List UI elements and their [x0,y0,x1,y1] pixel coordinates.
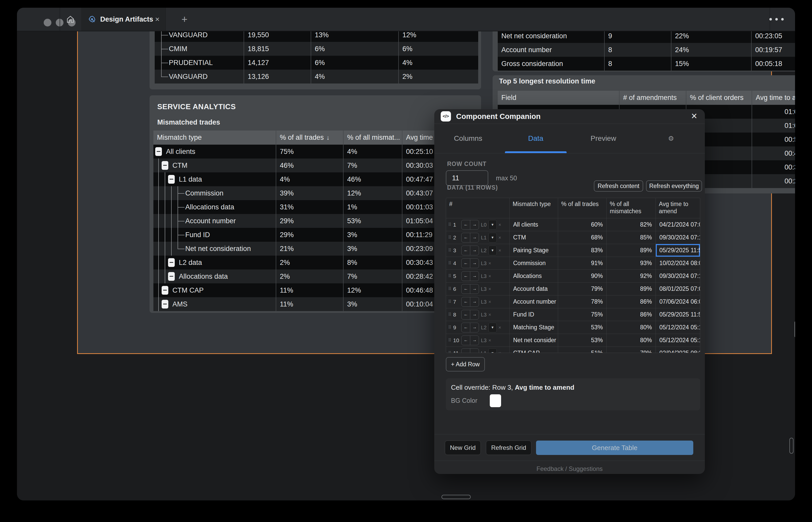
table-row[interactable]: L1 data4%46%00:47:47 [153,173,476,186]
mismatch-type-cell[interactable]: Matching Stage [510,321,558,334]
table-row[interactable]: Commission39%12%00:43:07 [153,186,476,200]
tab-close-icon[interactable]: × [155,15,160,24]
outdent-arrow-button[interactable]: ← [461,310,470,319]
outdent-arrow-button[interactable]: ← [461,220,470,229]
grid-row[interactable]: ⠿5←→L3×Allocations90%92%09/30/2024 07:1 [446,269,700,282]
horizontal-scrollbar[interactable] [441,495,471,499]
indent-arrow-button[interactable]: → [470,284,479,294]
pct-mismatches-cell[interactable]: 79% [607,346,656,353]
grid-column-header[interactable]: % of all mismatches [607,198,656,218]
pct-trades-cell[interactable]: 75% [558,308,607,321]
remove-row-icon[interactable]: × [489,334,491,346]
tree-collapse-toggle[interactable] [168,175,175,184]
table-row[interactable]: Net net consideration21%3%00:23:09 [153,242,476,256]
tab-preview[interactable]: Preview [570,124,637,153]
outdent-arrow-button[interactable]: ← [461,284,470,294]
avg-time-cell-selected[interactable]: 05/29/2025 11:5 [656,244,700,257]
outdent-arrow-button[interactable]: ← [461,297,470,306]
tree-collapse-toggle[interactable] [162,286,168,295]
close-button[interactable]: Close [794,321,795,337]
pct-trades-cell[interactable]: 78% [558,295,607,308]
outdent-arrow-button[interactable]: ← [461,336,470,345]
drag-handle-icon[interactable]: ⠿ [448,347,451,353]
pct-mismatches-cell[interactable]: 92% [607,269,656,282]
grid-row[interactable]: ⠿1←→L0▼×All clients60%82%04/21/2024 07:0 [446,218,700,231]
grid-row[interactable]: ⠿4←→L3×Commission91%93%10/02/2024 08:0 [446,257,700,269]
tab-settings[interactable]: ⚙ [637,124,705,153]
remove-row-icon[interactable]: × [489,283,491,295]
pct-mismatches-cell[interactable]: 86% [607,295,656,308]
window-control-dot[interactable] [44,19,52,26]
grid-column-header[interactable]: % of all trades [558,198,607,218]
outdent-arrow-button[interactable]: ← [461,233,470,242]
grid-column-header[interactable]: # [446,198,510,218]
pct-mismatches-cell[interactable]: 85% [607,231,656,244]
remove-row-icon[interactable]: × [498,232,501,244]
drag-handle-icon[interactable]: ⠿ [448,232,451,244]
grid-row[interactable]: ⠿9←→L2▼×Matching Stage53%80%05/12/2024 0… [446,321,700,334]
remove-row-icon[interactable]: × [489,296,491,308]
tab-data[interactable]: Data [502,124,570,153]
table-row[interactable]: VANGUARD13,1264%2% [155,69,478,83]
remove-row-icon[interactable]: × [498,347,501,353]
drag-handle-icon[interactable]: ⠿ [448,244,451,257]
table-row[interactable]: L2 data2%8%00:30:43 [153,256,476,269]
tree-collapse-toggle[interactable] [162,300,168,308]
dropdown-button[interactable]: ▼ [489,246,497,255]
generate-table-button[interactable]: Generate Table [536,441,693,455]
remove-row-icon[interactable]: × [489,270,491,282]
tab-columns[interactable]: Columns [434,124,502,153]
table-row[interactable]: CMIM18,8156%6% [155,42,478,56]
drag-handle-icon[interactable]: ⠿ [448,219,451,231]
pct-mismatches-cell[interactable]: 89% [607,282,656,295]
add-row-button[interactable]: + Add Row [446,357,485,372]
pct-mismatches-cell[interactable]: 80% [607,334,656,346]
mismatch-type-cell[interactable]: Account data [510,282,558,295]
pct-trades-cell[interactable]: 90% [558,269,607,282]
mismatch-type-cell[interactable]: Pairing Stage [510,244,558,257]
avg-time-cell[interactable]: 07/06/2024 06:0 [656,295,700,308]
feedback-link[interactable]: Feedback / Suggestions [434,464,705,474]
mismatch-type-cell[interactable]: All clients [510,218,558,231]
table-row[interactable]: VANGUARD19,55013%12% [155,31,478,42]
indent-arrow-button[interactable]: → [470,259,479,268]
pct-trades-cell[interactable]: 53% [558,334,607,346]
avg-time-cell[interactable]: 08/01/2025 07:0 [656,282,700,295]
pct-trades-cell[interactable]: 91% [558,257,607,269]
refresh-grid-button[interactable]: Refresh Grid [486,441,531,455]
column-header-sorted[interactable]: Avg time to amend↓ [752,91,795,105]
grid-row[interactable]: ⠿3←→L2▼×Pairing Stage83%89%05/29/2025 11… [446,244,700,257]
outdent-arrow-button[interactable]: ← [461,272,470,281]
mismatch-type-cell[interactable]: Allocations [510,269,558,282]
dropdown-button[interactable]: ▼ [489,233,497,242]
pct-trades-cell[interactable]: 68% [558,231,607,244]
indent-arrow-button[interactable]: → [470,336,479,345]
outdent-arrow-button[interactable]: ← [461,246,470,255]
avg-time-cell[interactable]: 05/12/2024 05:1 [656,321,700,334]
pct-trades-cell[interactable]: 51% [558,346,607,353]
drag-handle-icon[interactable]: ⠿ [448,270,451,282]
outdent-arrow-button[interactable]: ← [461,259,470,268]
outdent-arrow-button[interactable]: ← [461,348,470,353]
outdent-arrow-button[interactable]: ← [461,323,470,332]
remove-row-icon[interactable]: × [489,257,491,269]
bg-color-swatch[interactable] [490,394,501,407]
pct-mismatches-cell[interactable]: 93% [607,257,656,269]
table-row[interactable]: PRUDENTIAL14,1276%4% [155,56,478,69]
column-header[interactable]: % of client orders [686,91,752,105]
table-row[interactable]: Net net consideration922%00:23:05 [498,31,795,43]
column-header[interactable]: Mismatch type [153,130,276,145]
table-row[interactable]: Gross consideration815%00:05:18 [498,57,795,71]
dropdown-button[interactable]: ▼ [489,220,497,230]
tree-collapse-toggle[interactable] [162,161,168,170]
drag-handle-icon[interactable]: ⠿ [448,283,451,295]
avg-time-cell[interactable]: 05/12/2024 05:1 [656,334,700,346]
remove-row-icon[interactable]: × [498,321,501,334]
column-header-sorted[interactable]: % of all trades↓ [276,130,343,145]
grid-column-header[interactable]: Avg time to amend [656,198,700,218]
pct-mismatches-cell[interactable]: 80% [607,321,656,334]
dropdown-button[interactable]: ▼ [489,348,497,353]
pct-trades-cell[interactable]: 53% [558,321,607,334]
pct-trades-cell[interactable]: 83% [558,244,607,257]
remove-row-icon[interactable]: × [498,244,501,257]
